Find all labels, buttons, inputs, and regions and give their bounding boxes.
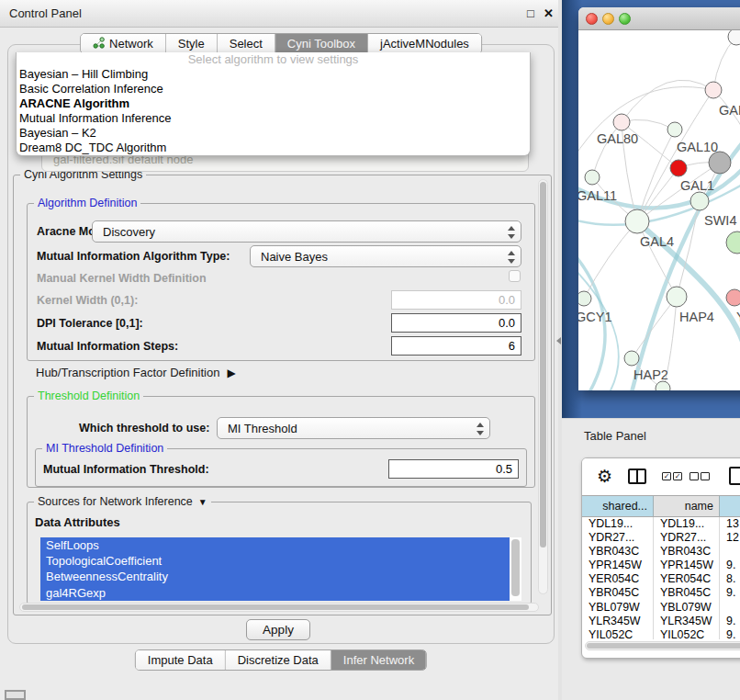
deselect-all-columns-icon[interactable]: [690, 472, 710, 480]
tab-style[interactable]: Style: [166, 34, 218, 53]
apply-button[interactable]: Apply: [246, 619, 310, 640]
network-edge[interactable]: [592, 122, 622, 177]
sources-title[interactable]: Sources for Network Inference▼: [34, 495, 211, 508]
network-node-gal10[interactable]: [667, 122, 682, 137]
network-node-gal80[interactable]: [613, 114, 630, 130]
network-node-y[interactable]: [726, 289, 740, 306]
network-edge[interactable]: [622, 80, 713, 122]
algorithm-option-mutual-information-inference[interactable]: Mutual Information Inference: [17, 111, 530, 126]
table-row[interactable]: YER054CYER054C8.: [582, 572, 740, 586]
network-node-swi4[interactable]: [690, 192, 709, 210]
network-node[interactable]: [709, 152, 731, 174]
kernel-width-field[interactable]: 0.0: [391, 290, 521, 310]
minimize-traffic-light-icon[interactable]: [602, 13, 614, 25]
tab-discretize-data[interactable]: Discretize Data: [226, 650, 331, 670]
mi-type-select[interactable]: Naive Bayes: [250, 245, 521, 267]
network-node-gal4[interactable]: [625, 209, 649, 233]
splitter-collapse-icon[interactable]: [556, 337, 561, 344]
mi-threshold-title: MI Threshold Definition: [42, 442, 167, 455]
network-edge[interactable]: [632, 297, 677, 358]
network-edge[interactable]: [637, 221, 677, 297]
column-header-shared[interactable]: shared...: [582, 496, 654, 516]
attribute-item-gal4rgexp[interactable]: gal4RGexp: [40, 585, 510, 601]
table-row[interactable]: YBR045CYBR045C9.: [582, 586, 740, 600]
mi-threshold-field[interactable]: 0.5: [388, 459, 519, 479]
settings-hscroll-thumb[interactable]: [22, 604, 529, 610]
attribute-item-topologicalcoefficient[interactable]: TopologicalCoefficient: [40, 553, 510, 569]
cyni-settings-group: Cyni Algorithm Settings Algorithm Defini…: [13, 175, 552, 615]
float-window-icon[interactable]: □: [527, 6, 534, 20]
table-hscroll-thumb[interactable]: [587, 643, 740, 649]
split-columns-icon[interactable]: [628, 469, 646, 484]
mi-steps-label: Mutual Information Steps:: [37, 340, 178, 353]
network-node-gcy1[interactable]: [578, 291, 591, 306]
attribute-item-betweennesscentrality[interactable]: BetweennessCentrality: [40, 569, 510, 584]
which-threshold-select[interactable]: MI Threshold: [217, 417, 490, 439]
docked-panel-icon[interactable]: [5, 690, 26, 700]
attributes-scrollbar-thumb[interactable]: [511, 539, 520, 596]
gear-icon[interactable]: ⚙: [597, 466, 612, 487]
table-row[interactable]: YBL079WYBL079W: [582, 601, 740, 615]
network-node-gal1[interactable]: [670, 160, 687, 176]
zoom-traffic-light-icon[interactable]: [619, 13, 631, 25]
close-traffic-light-icon[interactable]: [586, 13, 598, 25]
tab-select[interactable]: Select: [218, 34, 275, 53]
algorithm-option-bayesian-hill-climbing[interactable]: Bayesian – Hill Climbing: [17, 67, 530, 82]
table-cell: YBL079W: [654, 601, 720, 615]
settings-vscroll-thumb[interactable]: [540, 182, 546, 548]
algorithm-option-dream8-dc-tdc-algorithm[interactable]: Dream8 DC_TDC Algorithm: [17, 141, 530, 155]
column-header-name[interactable]: name: [654, 496, 720, 516]
table-cell: YBR045C: [582, 586, 654, 600]
table-row[interactable]: YDL19...YDL19...13: [582, 517, 740, 531]
table-header-row: shared...name: [582, 495, 740, 517]
page-icon[interactable]: [729, 467, 740, 485]
algorithm-dropdown-popup: Select algorithm to view settings Bayesi…: [16, 52, 531, 156]
table-row[interactable]: YDR27...YDR27...12: [582, 531, 740, 545]
table-cell: YBR043C: [654, 545, 720, 559]
network-edge[interactable]: [584, 221, 637, 299]
attributes-scrollbar[interactable]: [510, 537, 521, 601]
hub-section-toggle[interactable]: Hub/Transcription Factor Definition▶: [36, 366, 236, 379]
network-node-hap2[interactable]: [624, 351, 639, 366]
network-node-hap4[interactable]: [667, 287, 687, 307]
network-node[interactable]: [656, 381, 670, 390]
network-node-gal11[interactable]: [585, 170, 600, 185]
stepper-arrows-icon: [507, 250, 514, 265]
manual-kernel-checkbox[interactable]: [509, 270, 521, 282]
network-node[interactable]: [726, 231, 740, 254]
table-row[interactable]: YPR145WYPR145W9.: [582, 559, 740, 572]
algorithm-option-aracne-algorithm[interactable]: ARACNE Algorithm: [17, 96, 530, 111]
table-row[interactable]: YIL052CYIL052C9.: [582, 628, 740, 639]
data-attributes-list[interactable]: SelfLoopsTopologicalCoefficientBetweenne…: [40, 537, 521, 601]
dpi-tolerance-field[interactable]: 0.0: [391, 313, 521, 333]
tab-cyni-toolbox[interactable]: Cyni Toolbox: [275, 34, 368, 53]
network-canvas[interactable]: GALGAL80GAL10GAL1GAL11SWI4GAL4GCY1HAP4YH…: [578, 30, 740, 390]
aracne-mode-select[interactable]: Discovery: [92, 220, 521, 243]
table-cell: 8.: [720, 572, 740, 586]
network-node[interactable]: [728, 30, 740, 45]
node-label: HAP4: [679, 310, 714, 324]
table-cell: [720, 545, 740, 559]
mi-steps-field[interactable]: 6: [391, 336, 521, 356]
column-header-extra[interactable]: [720, 496, 740, 516]
tab-network[interactable]: Network: [81, 34, 166, 53]
dpi-tolerance-value: 0.0: [499, 316, 515, 330]
close-icon[interactable]: ✕: [544, 6, 554, 20]
network-node-gal[interactable]: [705, 82, 722, 98]
table-row[interactable]: YLR345WYLR345W9.: [582, 615, 740, 628]
network-window-titlebar[interactable]: [578, 7, 740, 30]
algorithm-option-basic-correlation-inference[interactable]: Basic Correlation Inference: [17, 82, 530, 96]
hub-section-label: Hub/Transcription Factor Definition: [36, 366, 219, 379]
control-panel-titlebar: Control Panel □ ✕: [0, 0, 562, 28]
settings-horizontal-scrollbar[interactable]: [19, 603, 539, 612]
tab-impute-data[interactable]: Impute Data: [136, 650, 226, 670]
table-horizontal-scrollbar[interactable]: [585, 641, 740, 650]
tab-infer-network[interactable]: Infer Network: [331, 650, 426, 670]
algorithm-option-bayesian-k2[interactable]: Bayesian – K2: [17, 126, 530, 141]
select-all-columns-icon[interactable]: ✓ ✓: [662, 472, 682, 480]
attribute-item-selfloops[interactable]: SelfLoops: [40, 537, 510, 553]
table-container: ⚙ ✓ ✓ shared...name YDL19...YDL19...13YD…: [581, 457, 740, 659]
tab-jactivemnodules[interactable]: jActiveMNodules: [368, 34, 481, 53]
settings-vertical-scrollbar[interactable]: [538, 179, 548, 594]
table-row[interactable]: YBR043CYBR043C: [582, 545, 740, 559]
